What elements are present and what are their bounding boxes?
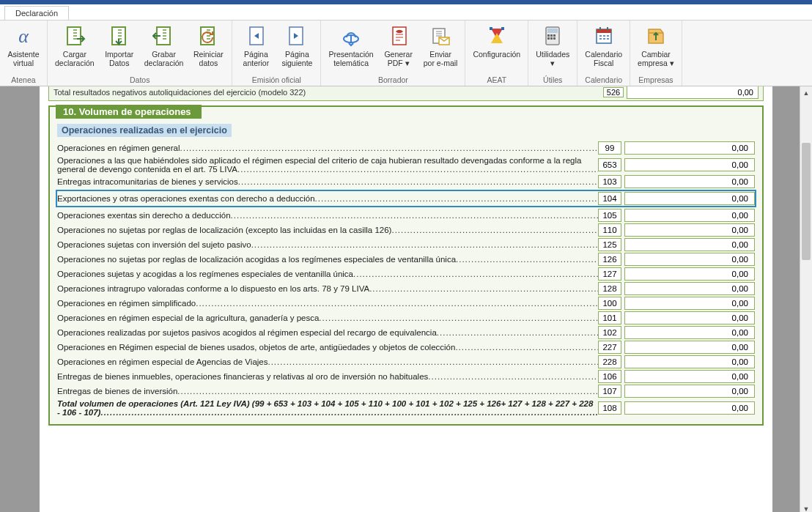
grabar-label: Grabar declaración: [144, 50, 184, 67]
cargar-icon: [62, 23, 87, 48]
vertical-scrollbar[interactable]: ▲ ▼: [800, 86, 812, 512]
svg-rect-16: [550, 34, 553, 37]
form-row-104: Exportaciones y otras operaciones exenta…: [56, 190, 756, 207]
reiniciar-icon: [196, 23, 221, 48]
form-row-107: Entregas de bienes de inversión 1070,00: [57, 385, 755, 398]
asistente-button[interactable]: αAsistente virtual: [3, 22, 44, 75]
ribbon-group-emisión oficial: Página anteriorPágina siguienteEmisión o…: [232, 21, 321, 86]
row-value-input[interactable]: 0,00: [624, 370, 755, 383]
form-row-99: Operaciones en régimen general 990,00: [57, 141, 755, 155]
row-value-input[interactable]: 0,00: [624, 192, 755, 205]
grabar-icon: [152, 23, 177, 48]
row-value-input[interactable]: 0,00: [624, 401, 755, 415]
config-button[interactable]: Configuración: [468, 22, 525, 75]
group-label: Atenea: [3, 75, 44, 86]
row-value-input[interactable]: 0,00: [624, 311, 755, 324]
scroll-track[interactable]: [800, 99, 812, 502]
row-cell: 103: [598, 175, 621, 188]
row-value-input[interactable]: 0,00: [624, 158, 755, 171]
svg-rect-12: [501, 27, 504, 30]
row-value-input[interactable]: 0,00: [624, 209, 755, 222]
row-desc: Operaciones realizadas por sujetos pasiv…: [57, 328, 598, 337]
pdf-label: Generar PDF ▾: [384, 50, 413, 67]
anterior-icon: [243, 23, 268, 48]
config-label: Configuración: [473, 50, 520, 59]
form-row-228: Operaciones en régimen especial de Agenc…: [57, 355, 755, 368]
calendario-icon: [591, 23, 616, 48]
cargar-label: Cargar declaración: [55, 50, 95, 67]
row-cell: 106: [598, 370, 621, 383]
utilidades-icon: [540, 23, 565, 48]
row-value-input[interactable]: 0,00: [624, 297, 755, 310]
row-value-input[interactable]: 0,00: [624, 355, 755, 368]
row-cell: 653: [598, 158, 621, 171]
content-area: Total resultados negativos autoliquidaci…: [0, 86, 812, 512]
cambiar-label: Cambiar empresa ▾: [638, 50, 674, 67]
svg-rect-18: [547, 37, 550, 40]
form-row-108: Total volumen de operaciones (Art. 121 L…: [57, 399, 755, 417]
telematica-button[interactable]: Presentación telemática: [324, 22, 377, 75]
pdf-button[interactable]: Generar PDF ▾: [378, 22, 419, 75]
cargar-button[interactable]: Cargar declaración: [51, 22, 99, 75]
group-label: AEAT: [468, 75, 525, 86]
utilidades-button[interactable]: Utilidades ▾: [531, 22, 574, 75]
cambiar-button[interactable]: Cambiar empresa ▾: [633, 22, 679, 75]
row-cell: 99: [598, 141, 621, 155]
reiniciar-button[interactable]: Reiniciar datos: [188, 22, 229, 75]
importar-icon: [107, 23, 132, 48]
row-value-input[interactable]: 0,00: [624, 385, 755, 398]
row-value-input[interactable]: 0,00: [624, 267, 755, 281]
row-value-input[interactable]: 0,00: [624, 253, 755, 266]
svg-rect-15: [547, 34, 550, 37]
row-value-input[interactable]: 0,00: [624, 326, 755, 339]
scroll-up-arrow[interactable]: ▲: [800, 86, 812, 99]
row-value-input[interactable]: 0,00: [624, 175, 755, 188]
reiniciar-label: Reiniciar datos: [193, 50, 224, 67]
email-button[interactable]: Enviar por e-mail: [419, 22, 462, 75]
form-row-227: Operaciones en Régimen especial de biene…: [57, 341, 755, 354]
siguiente-icon: [284, 23, 309, 48]
row-cell: 110: [598, 223, 621, 237]
row-cell: 127: [598, 267, 621, 281]
importar-button[interactable]: Importar Datos: [99, 22, 140, 75]
ribbon-group-empresas: Cambiar empresa ▾Empresas: [630, 21, 682, 86]
calendario-label: Calendario Fiscal: [585, 50, 622, 67]
prev-total-text: Total resultados negativos autoliquidaci…: [53, 88, 603, 97]
row-desc: Operaciones en régimen especial de Agenc…: [57, 357, 598, 366]
prev-total-value[interactable]: 0,00: [627, 86, 759, 99]
grabar-button[interactable]: Grabar declaración: [140, 22, 188, 75]
form-row-127: Operaciones sujetas y acogidas a los reg…: [57, 267, 755, 281]
calendario-button[interactable]: Calendario Fiscal: [580, 22, 627, 75]
utilidades-label: Utilidades ▾: [536, 50, 569, 67]
row-desc: Operaciones en régimen general: [57, 144, 598, 152]
row-cell: 128: [598, 282, 621, 295]
row-value-input[interactable]: 0,00: [624, 282, 755, 295]
row-cell: 100: [598, 297, 621, 310]
importar-label: Importar Datos: [105, 50, 133, 67]
tab-declaracion[interactable]: Declaración: [4, 6, 69, 20]
prev-total-row: Total resultados negativos autoliquidaci…: [48, 86, 764, 101]
form-row-101: Operaciones en régimen especial de la ag…: [57, 311, 755, 324]
form-row-653: Operaciones a las que habiéndoles sido a…: [57, 156, 755, 174]
svg-text:α: α: [18, 26, 29, 47]
anterior-button[interactable]: Página anterior: [235, 22, 276, 75]
scroll-thumb[interactable]: [802, 143, 811, 260]
ribbon-group-atenea: αAsistente virtualAtenea: [0, 21, 48, 86]
row-cell: 228: [598, 355, 621, 368]
row-value-input[interactable]: 0,00: [624, 238, 755, 251]
config-icon: [484, 23, 509, 48]
row-desc: Entregas de bienes inmuebles, operacione…: [57, 372, 598, 381]
row-value-input[interactable]: 0,00: [624, 141, 755, 155]
svg-rect-24: [607, 27, 608, 31]
telematica-icon: [339, 23, 363, 48]
row-cell: 227: [598, 341, 621, 354]
row-cell: 102: [598, 326, 621, 339]
row-value-input[interactable]: 0,00: [624, 223, 755, 237]
ribbon-group-aeat: Configuración AEAT: [465, 21, 528, 86]
group-label: Datos: [51, 75, 229, 86]
row-desc: Operaciones sujetas con inversión del su…: [57, 240, 598, 249]
ribbon-group-borrador: Presentación telemáticaGenerar PDF ▾Envi…: [321, 21, 465, 86]
scroll-down-arrow[interactable]: ▼: [800, 502, 812, 512]
siguiente-button[interactable]: Página siguiente: [276, 22, 317, 75]
row-value-input[interactable]: 0,00: [624, 341, 755, 354]
